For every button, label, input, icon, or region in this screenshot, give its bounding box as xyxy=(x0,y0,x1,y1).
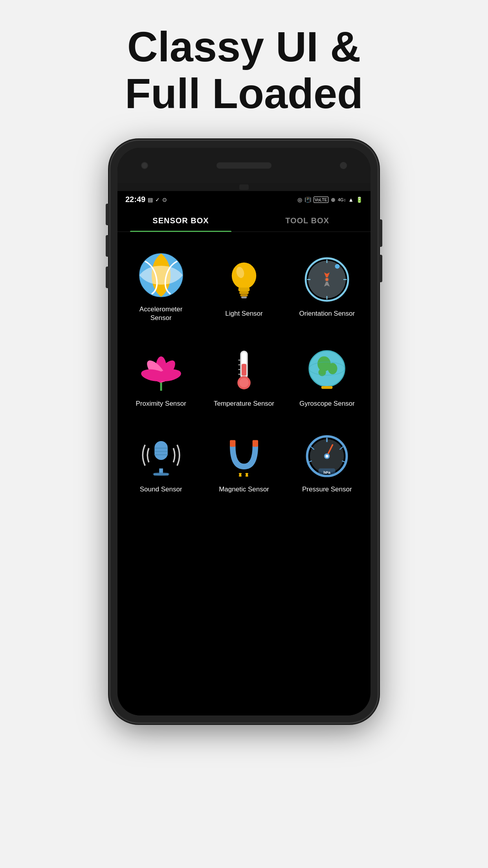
page-header: Classy UI & Full Loaded xyxy=(0,0,488,133)
svg-point-17 xyxy=(326,278,328,281)
sound-label: Sound Sensor xyxy=(140,485,182,494)
vibrate-icon: 📳 xyxy=(305,197,311,203)
speaker-slot xyxy=(216,162,272,169)
pressure-label: Pressure Sensor xyxy=(302,485,352,494)
proximity-label: Proximity Sensor xyxy=(136,399,186,408)
svg-rect-41 xyxy=(154,441,168,460)
svg-rect-7 xyxy=(241,296,247,298)
status-bar: 22:49 ▤ ✓ ⊙ ◎ 📳 VoLTE ⊕ 4G↕ ▲ 🔋 xyxy=(117,191,371,208)
temperature-icon xyxy=(220,346,268,393)
orientation-label: Orientation Sensor xyxy=(299,309,355,318)
sim-icon: ▤ xyxy=(148,197,153,203)
signal-icon: ▲ xyxy=(348,197,354,203)
svg-point-63 xyxy=(326,455,328,458)
sensor-item-light[interactable]: Light Sensor xyxy=(204,240,283,330)
volte-icon: VoLTE xyxy=(314,197,328,203)
tab-tool-box[interactable]: TOOL BOX xyxy=(244,208,371,232)
accelerometer-label: AccelerometerSensor xyxy=(139,305,183,322)
check-icon: ✓ xyxy=(155,197,160,203)
phone-top-bezel xyxy=(117,148,371,183)
tabs-container: SENSOR BOX TOOL BOX xyxy=(117,208,371,232)
svg-point-29 xyxy=(239,378,249,387)
svg-point-36 xyxy=(328,363,338,374)
location-icon: ◎ xyxy=(297,197,302,203)
vpn-icon: ⊙ xyxy=(162,197,167,203)
magnetic-icon xyxy=(220,432,268,479)
proximity-icon xyxy=(138,346,185,393)
svg-rect-40 xyxy=(321,386,333,389)
light-icon xyxy=(220,256,268,303)
svg-rect-3 xyxy=(238,287,250,291)
sensor-item-orientation[interactable]: Orientation Sensor xyxy=(288,240,367,330)
svg-point-2 xyxy=(232,262,256,289)
ir-sensor-row xyxy=(117,183,371,191)
svg-point-47 xyxy=(152,472,169,476)
wifi-icon: ⊕ xyxy=(331,197,336,203)
gyroscope-label: Gyroscope Sensor xyxy=(299,399,355,408)
tab-sensor-box[interactable]: SENSOR BOX xyxy=(117,208,244,232)
svg-rect-4 xyxy=(239,291,249,294)
phone-inner: 22:49 ▤ ✓ ⊙ ◎ 📳 VoLTE ⊕ 4G↕ ▲ 🔋 xyxy=(117,148,371,715)
light-label: Light Sensor xyxy=(225,309,262,318)
status-right: ◎ 📳 VoLTE ⊕ 4G↕ ▲ 🔋 xyxy=(297,197,363,203)
ir-sensor-icon xyxy=(340,162,347,169)
svg-point-18 xyxy=(335,264,340,268)
accelerometer-icon xyxy=(138,252,185,299)
sensor-item-magnetic[interactable]: Magnetic Sensor xyxy=(204,420,283,502)
battery-icon: 🔋 xyxy=(356,197,363,203)
status-left: 22:49 ▤ ✓ ⊙ xyxy=(125,195,167,204)
ir-dot xyxy=(239,184,249,190)
gyroscope-icon xyxy=(303,346,350,393)
temperature-label: Temperature Sensor xyxy=(214,399,274,408)
screen-content: SENSOR BOX TOOL BOX xyxy=(117,208,371,715)
pressure-icon: hPa xyxy=(303,432,350,479)
sensors-grid: AccelerometerSensor xyxy=(117,232,371,509)
sensor-item-temperature[interactable]: Temperature Sensor xyxy=(204,334,283,416)
phone-outer: 22:49 ▤ ✓ ⊙ ◎ 📳 VoLTE ⊕ 4G↕ ▲ 🔋 xyxy=(110,141,378,723)
svg-rect-48 xyxy=(230,440,235,447)
sensor-item-proximity[interactable]: Proximity Sensor xyxy=(121,334,200,416)
front-camera-icon xyxy=(141,162,148,169)
phone-wrapper: 22:49 ▤ ✓ ⊙ ◎ 📳 VoLTE ⊕ 4G↕ ▲ 🔋 xyxy=(0,141,488,723)
status-time: 22:49 xyxy=(125,195,145,204)
sensor-item-sound[interactable]: Sound Sensor xyxy=(121,420,200,502)
magnetic-label: Magnetic Sensor xyxy=(219,485,269,494)
sensor-item-pressure[interactable]: hPa Pressure Sensor xyxy=(288,420,367,502)
lte-icon: 4G↕ xyxy=(338,197,346,202)
svg-rect-27 xyxy=(242,364,246,375)
svg-text:hPa: hPa xyxy=(324,470,331,474)
sensor-item-accelerometer[interactable]: AccelerometerSensor xyxy=(121,240,200,330)
header-title: Classy UI & Full Loaded xyxy=(0,24,488,117)
sound-icon xyxy=(138,432,185,479)
orientation-icon xyxy=(303,256,350,303)
svg-rect-5 xyxy=(240,294,248,296)
sensor-item-gyroscope[interactable]: Gyroscope Sensor xyxy=(288,334,367,416)
svg-rect-49 xyxy=(253,440,258,447)
